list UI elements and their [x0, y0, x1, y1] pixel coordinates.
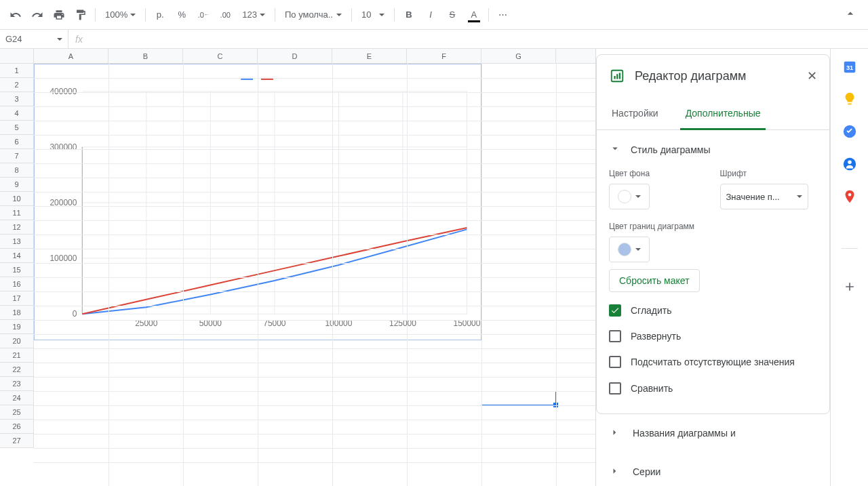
row-header[interactable]: 9: [0, 178, 33, 192]
section-series[interactable]: Серии: [596, 453, 830, 486]
checkbox-plot-null-label: Подсчитать отсутствующие значения: [631, 356, 795, 368]
row-header[interactable]: 18: [0, 306, 33, 320]
checkbox-compare[interactable]: [609, 382, 621, 394]
row-header[interactable]: 16: [0, 277, 33, 291]
zoom-select[interactable]: 100%: [100, 5, 141, 24]
more-formats-select[interactable]: 123: [237, 5, 271, 24]
row-header[interactable]: 25: [0, 405, 33, 420]
reset-layout-button[interactable]: Сбросить макет: [609, 269, 700, 292]
series-section-label: Серии: [633, 466, 660, 477]
svg-point-34: [848, 193, 851, 197]
row-header[interactable]: 5: [0, 121, 33, 135]
row-header[interactable]: 27: [0, 434, 33, 448]
chevron-down-icon: [609, 142, 621, 157]
paint-format-button[interactable]: [71, 5, 91, 25]
active-cell[interactable]: [481, 391, 556, 405]
italic-button[interactable]: I: [420, 5, 441, 25]
row-header[interactable]: 3: [0, 92, 33, 106]
chevron-right-icon: [608, 465, 620, 479]
calendar-icon[interactable]: 31: [842, 58, 858, 75]
close-button[interactable]: ✕: [804, 66, 820, 86]
select-all-corner[interactable]: [0, 49, 34, 64]
row-header[interactable]: 2: [0, 78, 33, 92]
row-header[interactable]: 12: [0, 220, 33, 235]
sidebar-title: Редактор диаграмм: [635, 69, 795, 83]
currency-button[interactable]: р.: [150, 5, 170, 25]
checkbox-plot-null[interactable]: [609, 356, 621, 368]
tab-settings[interactable]: Настройки: [606, 98, 664, 129]
formula-row: G24 fx: [0, 30, 868, 49]
row-header[interactable]: 22: [0, 363, 33, 377]
checkbox-maximize-label: Развернуть: [631, 330, 681, 342]
checkbox-smooth-label: Сгладить: [631, 304, 672, 317]
row-header[interactable]: 10: [0, 192, 33, 206]
chevron-right-icon: [608, 426, 620, 441]
row-header[interactable]: 19: [0, 320, 33, 334]
row-header[interactable]: 7: [0, 149, 33, 163]
row-header[interactable]: 1: [0, 64, 33, 78]
checkbox-smooth[interactable]: [609, 304, 621, 317]
print-button[interactable]: [49, 5, 69, 25]
row-header[interactable]: 4: [0, 106, 33, 121]
bold-button[interactable]: B: [399, 5, 419, 25]
row-header[interactable]: 23: [0, 377, 33, 391]
row-header[interactable]: 15: [0, 263, 33, 277]
decrease-decimal-button[interactable]: .0←: [193, 5, 214, 25]
col-header[interactable]: D: [258, 49, 332, 63]
section-title-label: Стиль диаграммы: [631, 144, 710, 155]
more-toolbar-button[interactable]: ⋯: [493, 5, 513, 25]
undo-button[interactable]: [5, 5, 26, 25]
col-header[interactable]: E: [332, 49, 407, 63]
row-header[interactable]: 26: [0, 420, 33, 434]
side-panel: 31: [830, 49, 868, 486]
collapse-toolbar-button[interactable]: [844, 7, 857, 22]
row-header[interactable]: 24: [0, 391, 33, 405]
col-header[interactable]: F: [407, 49, 481, 63]
section-chart-style[interactable]: Стиль диаграммы: [609, 140, 817, 159]
svg-point-33: [848, 161, 852, 165]
svg-text:31: 31: [846, 64, 852, 71]
border-color-label: Цвет границ диаграмм: [609, 222, 817, 231]
row-header[interactable]: 21: [0, 348, 33, 363]
svg-text:0: 0: [73, 309, 77, 319]
chart-editor-sidebar: Редактор диаграмм ✕ Настройки Дополнител…: [595, 49, 830, 486]
col-header[interactable]: B: [108, 49, 183, 63]
tasks-icon[interactable]: [842, 123, 858, 140]
row-header[interactable]: 11: [0, 206, 33, 220]
row-header[interactable]: 20: [0, 334, 33, 348]
font-select[interactable]: По умолча...: [279, 5, 347, 24]
name-box[interactable]: G24: [0, 34, 68, 44]
tab-customize[interactable]: Дополнительные: [680, 98, 766, 130]
contacts-icon[interactable]: [842, 156, 858, 172]
row-header[interactable]: 17: [0, 291, 33, 306]
spreadsheet-grid[interactable]: ABCDEFG 12345678910111213141516171819202…: [0, 49, 595, 486]
increase-decimal-button[interactable]: .00: [215, 5, 235, 25]
row-header[interactable]: 13: [0, 235, 33, 249]
chart-font-select[interactable]: Значение п...: [720, 184, 808, 209]
svg-text:400000: 400000: [50, 87, 77, 96]
add-addon-icon[interactable]: [842, 279, 858, 295]
checkbox-compare-label: Сравнить: [631, 382, 673, 394]
titles-section-label: Названия диаграммы и: [633, 428, 736, 439]
text-color-button[interactable]: A: [464, 5, 484, 25]
keep-icon[interactable]: [842, 91, 858, 107]
fx-icon: fx: [68, 34, 90, 45]
svg-text:300000: 300000: [50, 142, 77, 152]
font-size-select[interactable]: 10: [356, 5, 390, 24]
svg-rect-28: [619, 73, 620, 79]
col-header[interactable]: G: [481, 49, 556, 63]
checkbox-maximize[interactable]: [609, 330, 621, 342]
section-chart-titles[interactable]: Названия диаграммы и: [596, 414, 830, 453]
formula-bar[interactable]: [90, 30, 868, 48]
col-header[interactable]: C: [183, 49, 258, 63]
row-header[interactable]: 8: [0, 163, 33, 178]
bg-color-picker[interactable]: [609, 184, 650, 209]
border-color-picker[interactable]: [609, 237, 650, 262]
row-header[interactable]: 14: [0, 249, 33, 263]
row-header[interactable]: 6: [0, 135, 33, 149]
strike-button[interactable]: S: [442, 5, 462, 25]
maps-icon[interactable]: [842, 188, 858, 205]
percent-button[interactable]: %: [172, 5, 192, 25]
col-header[interactable]: A: [34, 49, 108, 63]
redo-button[interactable]: [27, 5, 47, 25]
